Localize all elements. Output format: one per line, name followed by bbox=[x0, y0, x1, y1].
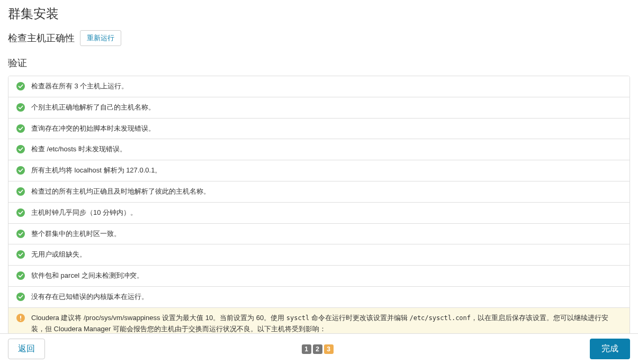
validation-text: 检查器在所有 3 个主机上运行。 bbox=[31, 81, 622, 92]
validation-item-body: 所有主机均将 localhost 解析为 127.0.0.1。 bbox=[31, 165, 622, 176]
footer-bar: 返回 123 完成 bbox=[0, 333, 638, 364]
validation-item[interactable]: 查询存在冲突的初始脚本时未发现错误。 bbox=[8, 119, 630, 140]
ok-icon bbox=[16, 124, 25, 133]
validation-item-body: 无用户或组缺失。 bbox=[31, 249, 622, 260]
validation-item-body: 没有存在已知错误的内核版本在运行。 bbox=[31, 292, 622, 303]
validation-item[interactable]: 检查 /etc/hosts 时未发现错误。 bbox=[8, 139, 630, 160]
step-1[interactable]: 1 bbox=[302, 344, 311, 354]
ok-icon bbox=[16, 145, 25, 153]
svg-point-6 bbox=[16, 208, 25, 217]
validation-text: 检查 /etc/hosts 时未发现错误。 bbox=[31, 144, 622, 155]
ok-icon bbox=[16, 166, 25, 175]
validation-item-body: 软件包和 parcel 之间未检测到冲突。 bbox=[31, 270, 622, 281]
validation-item-body: 检查器在所有 3 个主机上运行。 bbox=[31, 81, 622, 92]
validation-item[interactable]: 检查过的所有主机均正确且及时地解析了彼此的主机名称。 bbox=[8, 181, 630, 203]
rerun-button[interactable]: 重新运行 bbox=[80, 30, 121, 46]
validation-item-body: 个别主机正确地解析了自己的主机名称。 bbox=[31, 102, 622, 113]
svg-point-3 bbox=[16, 145, 25, 153]
validation-item[interactable]: 整个群集中的主机时区一致。 bbox=[8, 224, 630, 245]
svg-point-4 bbox=[16, 166, 25, 175]
svg-rect-13 bbox=[20, 320, 21, 321]
validation-text: 软件包和 parcel 之间未检测到冲突。 bbox=[31, 270, 622, 281]
ok-icon bbox=[16, 230, 25, 238]
ok-icon bbox=[16, 103, 25, 112]
validation-item-body: 整个群集中的主机时区一致。 bbox=[31, 229, 622, 240]
ok-icon bbox=[16, 250, 25, 259]
svg-point-1 bbox=[16, 103, 25, 112]
section-validate-title: 验证 bbox=[8, 57, 630, 69]
validation-text: Cloudera 建议将 /proc/sys/vm/swappiness 设置为… bbox=[31, 313, 622, 335]
validation-text: 无用户或组缺失。 bbox=[31, 249, 622, 260]
validation-text: 个别主机正确地解析了自己的主机名称。 bbox=[31, 102, 622, 113]
validation-text: 查询存在冲突的初始脚本时未发现错误。 bbox=[31, 123, 622, 134]
validation-list: 检查器在所有 3 个主机上运行。个别主机正确地解析了自己的主机名称。查询存在冲突… bbox=[8, 76, 630, 364]
page-title: 群集安装 bbox=[8, 5, 630, 22]
ok-icon bbox=[16, 293, 25, 301]
validation-item[interactable]: 无用户或组缺失。 bbox=[8, 244, 630, 266]
svg-point-2 bbox=[16, 124, 25, 133]
step-3[interactable]: 3 bbox=[324, 344, 334, 354]
svg-point-0 bbox=[16, 82, 25, 90]
validation-text: 整个群集中的主机时区一致。 bbox=[31, 229, 622, 240]
validation-item[interactable]: 个别主机正确地解析了自己的主机名称。 bbox=[8, 97, 630, 119]
validation-text: 主机时钟几乎同步（10 分钟内）。 bbox=[31, 207, 622, 219]
warn-icon bbox=[16, 314, 25, 322]
validation-item[interactable]: 所有主机均将 localhost 解析为 127.0.0.1。 bbox=[8, 160, 630, 181]
validation-item[interactable]: 软件包和 parcel 之间未检测到冲突。 bbox=[8, 266, 630, 287]
subtitle: 检查主机正确性 bbox=[8, 32, 75, 44]
svg-rect-12 bbox=[20, 315, 21, 319]
ok-icon bbox=[16, 271, 25, 280]
ok-icon bbox=[16, 208, 25, 217]
step-2[interactable]: 2 bbox=[313, 344, 322, 354]
svg-point-5 bbox=[16, 187, 25, 196]
back-button[interactable]: 返回 bbox=[8, 339, 45, 359]
validation-item-body: 查询存在冲突的初始脚本时未发现错误。 bbox=[31, 123, 622, 134]
svg-point-10 bbox=[16, 293, 25, 301]
svg-point-8 bbox=[16, 250, 25, 259]
validation-item[interactable]: 检查器在所有 3 个主机上运行。 bbox=[8, 76, 630, 97]
subtitle-row: 检查主机正确性 重新运行 bbox=[8, 30, 630, 46]
svg-point-7 bbox=[16, 230, 25, 238]
finish-button[interactable]: 完成 bbox=[590, 339, 630, 359]
ok-icon bbox=[16, 82, 25, 90]
validation-text: 检查过的所有主机均正确且及时地解析了彼此的主机名称。 bbox=[31, 186, 622, 197]
ok-icon bbox=[16, 187, 25, 196]
validation-text: 没有存在已知错误的内核版本在运行。 bbox=[31, 292, 622, 303]
validation-item[interactable]: 没有存在已知错误的内核版本在运行。 bbox=[8, 287, 630, 308]
step-indicator: 123 bbox=[302, 344, 334, 354]
validation-item[interactable]: 主机时钟几乎同步（10 分钟内）。 bbox=[8, 203, 630, 224]
validation-item-body: 主机时钟几乎同步（10 分钟内）。 bbox=[31, 207, 622, 219]
svg-point-9 bbox=[16, 271, 25, 280]
validation-item-body: 检查 /etc/hosts 时未发现错误。 bbox=[31, 144, 622, 155]
validation-text: 所有主机均将 localhost 解析为 127.0.0.1。 bbox=[31, 165, 622, 176]
validation-item-body: 检查过的所有主机均正确且及时地解析了彼此的主机名称。 bbox=[31, 186, 622, 197]
